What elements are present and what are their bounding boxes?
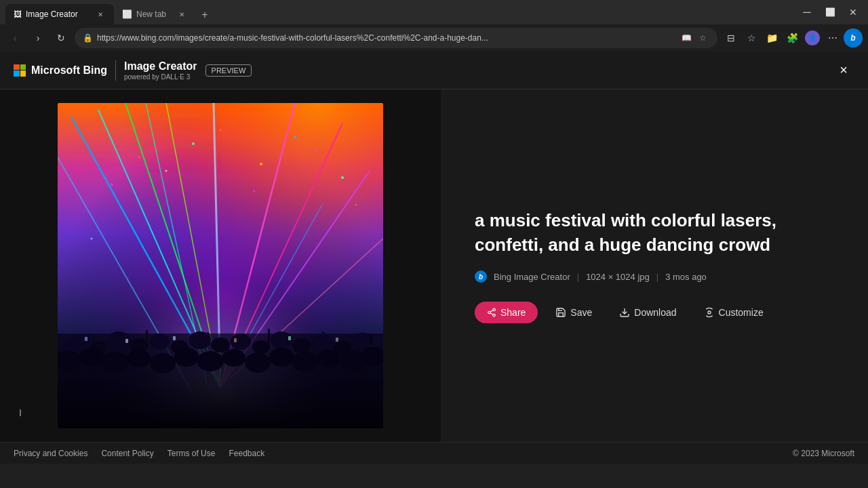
back-button[interactable]: ‹ bbox=[5, 28, 24, 47]
bing-copilot-button[interactable]: b bbox=[844, 28, 863, 47]
svg-rect-68 bbox=[336, 338, 338, 342]
svg-point-70 bbox=[488, 312, 491, 314]
cursor-indicator: I bbox=[19, 407, 22, 418]
share-label: Share bbox=[500, 307, 526, 318]
svg-point-51 bbox=[245, 352, 271, 373]
split-screen-icon[interactable]: ⊟ bbox=[722, 28, 741, 47]
share-button[interactable]: Share bbox=[475, 302, 538, 323]
svg-rect-62 bbox=[370, 333, 372, 345]
settings-more-icon[interactable]: ⋯ bbox=[823, 28, 842, 47]
svg-rect-66 bbox=[234, 338, 237, 342]
image-panel: I bbox=[0, 89, 441, 442]
svg-point-48 bbox=[174, 348, 199, 367]
collections-icon[interactable]: 📁 bbox=[762, 28, 781, 47]
customize-button[interactable]: Customize bbox=[694, 302, 773, 323]
svg-line-73 bbox=[490, 310, 493, 312]
svg-rect-57 bbox=[88, 333, 90, 347]
tab-close-btn[interactable]: ✕ bbox=[95, 9, 106, 20]
address-bar[interactable]: 🔒 https://www.bing.com/images/create/a-m… bbox=[75, 28, 717, 48]
svg-rect-63 bbox=[85, 337, 87, 341]
svg-point-69 bbox=[493, 309, 496, 312]
customize-icon bbox=[704, 307, 715, 318]
refresh-button[interactable]: ↻ bbox=[52, 28, 71, 47]
meta-sep-1: | bbox=[577, 272, 579, 282]
svg-point-39 bbox=[292, 338, 311, 353]
header-left: Microsoft Bing Image Creator powered by … bbox=[14, 60, 252, 80]
svg-line-72 bbox=[490, 313, 493, 314]
svg-point-47 bbox=[150, 353, 176, 373]
tab-favicon: 🖼 bbox=[14, 9, 22, 19]
svg-point-32 bbox=[149, 333, 170, 350]
action-buttons: Share Save Download bbox=[475, 302, 834, 323]
favorites-icon[interactable]: ☆ bbox=[742, 28, 761, 47]
ms-blue bbox=[14, 70, 20, 77]
brand-subtitle: powered by DALL·E 3 bbox=[124, 73, 197, 81]
terms-link[interactable]: Terms of Use bbox=[167, 449, 216, 458]
image-dimensions: 1024 × 1024 jpg bbox=[586, 272, 650, 282]
festival-background bbox=[58, 103, 383, 428]
svg-point-50 bbox=[222, 349, 245, 367]
info-panel: a music festival with colorful lasers, c… bbox=[441, 89, 868, 442]
save-icon bbox=[555, 307, 566, 318]
copyright-text: © 2023 Microsoft bbox=[793, 449, 854, 458]
save-button[interactable]: Save bbox=[546, 302, 601, 323]
svg-rect-58 bbox=[146, 330, 148, 345]
address-bar-row: ‹ › ↻ 🔒 https://www.bing.com/images/crea… bbox=[0, 24, 868, 52]
header-divider bbox=[115, 60, 116, 81]
maximize-button[interactable]: ⬜ bbox=[821, 3, 840, 22]
image-age: 3 mos ago bbox=[665, 272, 707, 282]
ms-yellow bbox=[20, 70, 26, 77]
svg-rect-67 bbox=[288, 336, 291, 340]
lasers-svg bbox=[58, 103, 383, 428]
address-text: https://www.bing.com/images/create/a-mus… bbox=[97, 33, 675, 43]
brand-title: Image Creator bbox=[124, 60, 197, 73]
brand-section: Image Creator powered by DALL·E 3 bbox=[124, 60, 197, 80]
svg-rect-65 bbox=[173, 336, 176, 340]
tab-new[interactable]: ⬜ New tab ✕ bbox=[114, 4, 195, 24]
download-button[interactable]: Download bbox=[610, 302, 686, 323]
svg-point-44 bbox=[79, 348, 104, 367]
microsoft-bing-logo: Microsoft Bing bbox=[14, 64, 107, 77]
forward-button[interactable]: › bbox=[28, 28, 47, 47]
svg-point-37 bbox=[252, 340, 270, 354]
tab-label-active: Image Creator bbox=[26, 9, 78, 19]
tab-image-creator[interactable]: 🖼 Image Creator ✕ bbox=[5, 4, 114, 24]
save-label: Save bbox=[570, 307, 592, 318]
add-to-favorites-icon[interactable]: ☆ bbox=[696, 31, 709, 45]
meta-sep-2: | bbox=[656, 272, 658, 282]
reader-icon[interactable]: 📖 bbox=[679, 31, 693, 45]
ms-bing-text: Microsoft Bing bbox=[31, 64, 107, 77]
footer-links: Privacy and Cookies Content Policy Terms… bbox=[14, 449, 264, 458]
lock-icon: 🔒 bbox=[83, 33, 93, 43]
main-area: I a music festival with colorful lasers,… bbox=[0, 89, 868, 442]
share-icon bbox=[487, 308, 496, 317]
preview-badge[interactable]: PREVIEW bbox=[205, 64, 252, 77]
tab-label-new: New tab bbox=[136, 9, 166, 19]
svg-point-49 bbox=[197, 351, 224, 371]
svg-point-46 bbox=[127, 350, 151, 367]
close-overlay-button[interactable]: × bbox=[833, 60, 854, 81]
svg-rect-60 bbox=[268, 329, 270, 345]
profile-icon[interactable]: 👤 bbox=[803, 28, 822, 47]
content-policy-link[interactable]: Content Policy bbox=[101, 449, 153, 458]
browser-chrome: 🖼 Image Creator ✕ ⬜ New tab ✕ + ─ ⬜ ✕ ‹ … bbox=[0, 0, 868, 52]
window-close-button[interactable]: ✕ bbox=[844, 3, 863, 22]
svg-point-52 bbox=[269, 348, 294, 367]
tab-new-close-btn[interactable]: ✕ bbox=[176, 9, 187, 20]
svg-point-54 bbox=[317, 350, 340, 367]
ms-grid-icon bbox=[14, 64, 26, 77]
new-tab-button[interactable]: + bbox=[195, 5, 214, 24]
feedback-link[interactable]: Feedback bbox=[229, 449, 264, 458]
bing-creator-logo: b bbox=[475, 270, 487, 283]
page-header: Microsoft Bing Image Creator powered by … bbox=[0, 52, 868, 89]
creator-name: Bing Image Creator bbox=[494, 272, 570, 282]
svg-point-75 bbox=[708, 311, 711, 314]
minimize-button[interactable]: ─ bbox=[797, 3, 816, 22]
image-title: a music festival with colorful lasers, c… bbox=[475, 208, 780, 258]
ms-green bbox=[20, 64, 26, 70]
festival-image bbox=[58, 103, 383, 428]
privacy-link[interactable]: Privacy and Cookies bbox=[14, 449, 87, 458]
extensions-icon[interactable]: 🧩 bbox=[783, 28, 802, 47]
download-icon bbox=[619, 307, 630, 318]
image-meta: b Bing Image Creator | 1024 × 1024 jpg |… bbox=[475, 270, 834, 283]
